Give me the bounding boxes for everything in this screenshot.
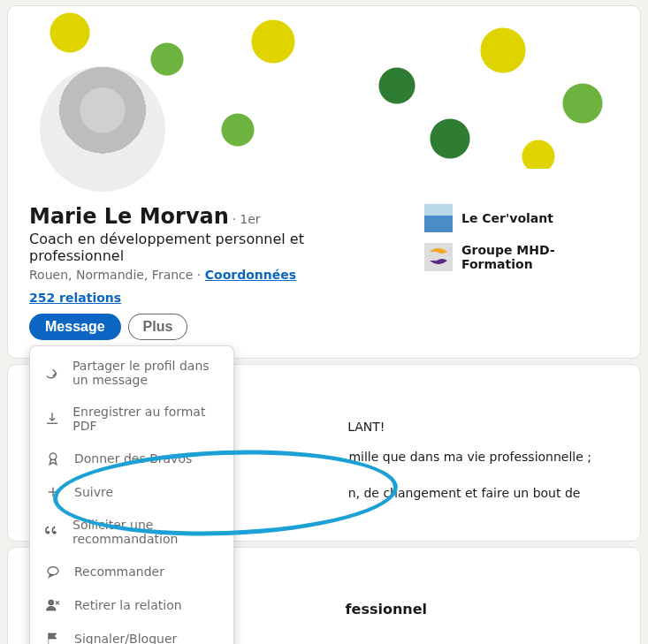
- award-icon: [44, 451, 62, 466]
- connection-degree: 1er: [240, 212, 260, 226]
- company-logo: [424, 243, 453, 271]
- location-separator: ·: [193, 268, 204, 282]
- dropdown-save-pdf[interactable]: Enregistrer au format PDF: [30, 396, 233, 442]
- exp-title-suffix: fessionnel: [346, 601, 427, 617]
- company-link-0[interactable]: Le Cer'volant: [424, 204, 619, 232]
- dropdown-label: Solliciter une recommandation: [72, 518, 219, 546]
- action-buttons: Message Plus Partager le profil dans un …: [29, 314, 389, 340]
- dropdown-label: Signaler/Bloquer: [74, 632, 177, 644]
- remove-user-icon: [44, 597, 62, 613]
- dropdown-label: Retirer la relation: [74, 598, 182, 612]
- profile-name: Marie Le Morvan: [29, 204, 229, 229]
- speech-icon: [44, 564, 62, 580]
- dropdown-recommend[interactable]: Recommander: [30, 555, 233, 588]
- message-button[interactable]: Message: [29, 314, 121, 340]
- dropdown-label: Enregistrer au format PDF: [72, 405, 219, 433]
- profile-card: Marie Le Morvan · 1er Coach en développe…: [7, 5, 641, 359]
- avatar-container: [36, 63, 169, 195]
- connections-link[interactable]: 252 relations: [29, 291, 121, 305]
- headline: Coach en développement personnel et prof…: [29, 231, 389, 264]
- dropdown-give-kudos[interactable]: Donner des Bravos: [30, 442, 233, 475]
- company-logo: [424, 204, 453, 232]
- dropdown-request-recommendation[interactable]: Solliciter une recommandation: [30, 509, 233, 555]
- svg-point-1: [48, 567, 58, 575]
- dropdown-remove-connection[interactable]: Retirer la relation: [30, 588, 233, 622]
- dropdown-label: Donner des Bravos: [74, 451, 192, 466]
- quote-icon: [44, 524, 60, 540]
- company-name: Le Cer'volant: [461, 211, 553, 225]
- dropdown-label: Recommander: [74, 564, 164, 579]
- flag-icon: [44, 631, 62, 644]
- download-icon: [44, 411, 60, 427]
- contact-info-link[interactable]: Coordonnées: [205, 268, 296, 282]
- dropdown-label: Partager le profil dans un message: [72, 359, 219, 387]
- more-button[interactable]: Plus: [128, 314, 188, 340]
- plus-icon: [44, 484, 62, 500]
- dropdown-label: Suivre: [74, 485, 113, 499]
- company-name: Groupe MHD-Formation: [461, 243, 619, 271]
- more-dropdown: Partager le profil dans un message Enreg…: [29, 345, 234, 644]
- svg-point-0: [50, 453, 57, 460]
- share-icon: [44, 365, 60, 381]
- company-link-1[interactable]: Groupe MHD-Formation: [424, 243, 619, 271]
- avatar[interactable]: [40, 66, 165, 192]
- profile-banner: [8, 6, 640, 169]
- dropdown-report-block[interactable]: Signaler/Bloquer: [30, 622, 233, 644]
- about-line1-suffix: LANT!: [347, 420, 385, 434]
- degree-separator: ·: [233, 212, 236, 226]
- dropdown-share-profile[interactable]: Partager le profil dans un message: [30, 350, 233, 396]
- location: Rouen, Normandie, France: [29, 268, 193, 282]
- dropdown-follow[interactable]: Suivre: [30, 475, 233, 509]
- svg-point-2: [49, 600, 54, 605]
